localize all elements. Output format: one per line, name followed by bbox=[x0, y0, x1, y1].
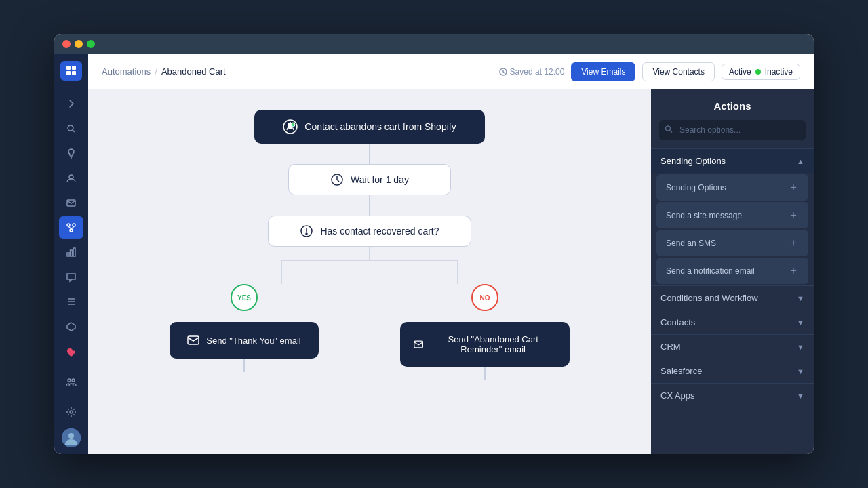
chevron-down-icon: ▼ bbox=[797, 319, 804, 327]
sidebar-collapse-icon[interactable] bbox=[59, 93, 83, 115]
close-button[interactable] bbox=[62, 40, 71, 48]
status-active-label: Active bbox=[729, 67, 751, 77]
analytics-nav-icon[interactable] bbox=[59, 241, 83, 264]
svg-line-13 bbox=[68, 226, 71, 229]
right-panel: Actions Sending Options ▲ S bbox=[651, 89, 814, 454]
yes-badge: YES bbox=[231, 284, 258, 311]
svg-point-26 bbox=[68, 433, 74, 439]
section-crm[interactable]: CRM ▼ bbox=[651, 334, 814, 359]
chevron-down-icon: ▼ bbox=[797, 343, 804, 351]
section-sending-options[interactable]: Sending Options ▲ bbox=[651, 148, 814, 173]
panel-title: Actions bbox=[651, 89, 814, 120]
search-input[interactable] bbox=[659, 120, 806, 140]
trigger-label: Contact abandons cart from Shopify bbox=[304, 121, 456, 132]
title-bar bbox=[54, 34, 814, 54]
condition-label: Has contact recovered cart? bbox=[320, 226, 439, 237]
svg-point-23 bbox=[72, 379, 75, 382]
branch-container: YES Send "Thank You" email NO bbox=[170, 284, 570, 380]
chevron-down-icon: ▼ bbox=[797, 392, 804, 400]
action-yes-node[interactable]: Send "Thank You" email bbox=[170, 322, 319, 359]
sidebar-logo[interactable] bbox=[60, 61, 82, 81]
svg-point-11 bbox=[73, 224, 75, 226]
svg-rect-15 bbox=[67, 253, 69, 256]
svg-line-5 bbox=[73, 130, 75, 132]
svg-point-8 bbox=[69, 175, 73, 179]
yes-branch: YES Send "Thank You" email bbox=[170, 284, 319, 372]
status-inactive-label: Inactive bbox=[765, 67, 793, 77]
breadcrumb: Automations / Abandoned Cart bbox=[102, 66, 226, 77]
status-group: Active Inactive bbox=[722, 64, 800, 80]
contacts-nav-icon[interactable] bbox=[59, 167, 83, 189]
breadcrumb-separator: / bbox=[155, 66, 157, 77]
plus-icon: ＋ bbox=[788, 236, 799, 250]
no-branch: NO Send "Abandoned Cart Reminder" email bbox=[400, 284, 570, 380]
action-item-notification-email[interactable]: Send a notification email ＋ bbox=[656, 258, 808, 284]
svg-point-10 bbox=[67, 224, 70, 226]
app-body: Automations / Abandoned Cart Saved at 12… bbox=[54, 54, 814, 454]
svg-rect-1 bbox=[72, 66, 76, 70]
svg-rect-38 bbox=[188, 336, 199, 344]
sidebar bbox=[54, 54, 88, 454]
section-conditions-workflow[interactable]: Conditions and Workflow ▼ bbox=[651, 285, 814, 310]
team-icon[interactable] bbox=[59, 370, 83, 394]
avatar[interactable] bbox=[62, 428, 81, 447]
plus-icon: ＋ bbox=[788, 264, 799, 278]
trigger-node[interactable]: Contact abandons cart from Shopify bbox=[254, 110, 485, 144]
action-item-sending-options[interactable]: Sending Options ＋ bbox=[656, 174, 808, 201]
favorites-icon[interactable] bbox=[59, 340, 83, 365]
automation-nav-icon[interactable] bbox=[59, 216, 83, 239]
svg-rect-2 bbox=[66, 71, 71, 75]
chevron-down-icon: ▼ bbox=[797, 367, 804, 375]
apps-nav-icon[interactable] bbox=[59, 316, 83, 338]
list-nav-icon[interactable] bbox=[59, 291, 83, 313]
svg-point-40 bbox=[666, 126, 671, 131]
action-no-label: Send "Abandoned Cart Reminder" email bbox=[430, 334, 556, 354]
search-icon bbox=[665, 125, 673, 136]
svg-line-14 bbox=[71, 226, 74, 229]
wait-label: Wait for 1 day bbox=[351, 174, 409, 185]
wait-node[interactable]: Wait for 1 day bbox=[288, 164, 451, 195]
svg-rect-16 bbox=[71, 250, 73, 256]
section-salesforce[interactable]: Salesforce ▼ bbox=[651, 359, 814, 383]
branch-lines bbox=[166, 247, 573, 284]
content-area: Automations / Abandoned Cart Saved at 12… bbox=[88, 54, 814, 454]
svg-rect-39 bbox=[414, 341, 423, 348]
svg-point-12 bbox=[70, 229, 73, 232]
svg-point-4 bbox=[68, 125, 73, 131]
inactive-dot bbox=[755, 69, 761, 75]
connector-no bbox=[484, 367, 486, 380]
svg-point-22 bbox=[68, 379, 71, 382]
section-contacts[interactable]: Contacts ▼ bbox=[651, 310, 814, 334]
svg-marker-21 bbox=[67, 323, 75, 331]
action-no-node[interactable]: Send "Abandoned Cart Reminder" email bbox=[400, 322, 570, 367]
main-split: Contact abandons cart from Shopify Wait … bbox=[88, 89, 814, 454]
minimize-button[interactable] bbox=[75, 40, 83, 48]
topbar: Automations / Abandoned Cart Saved at 12… bbox=[88, 54, 814, 89]
automation-canvas: Contact abandons cart from Shopify Wait … bbox=[88, 89, 651, 454]
section-cx-apps[interactable]: CX Apps ▼ bbox=[651, 383, 814, 407]
view-emails-button[interactable]: View Emails bbox=[571, 62, 635, 81]
svg-rect-17 bbox=[73, 248, 75, 256]
flow-container: Contact abandons cart from Shopify Wait … bbox=[166, 110, 573, 380]
search-box bbox=[659, 120, 806, 140]
view-contacts-button[interactable]: View Contacts bbox=[642, 62, 714, 81]
chevron-down-icon: ▼ bbox=[797, 294, 804, 302]
svg-point-30 bbox=[291, 123, 295, 127]
action-item-site-message[interactable]: Send a site message ＋ bbox=[656, 202, 808, 228]
settings-icon[interactable] bbox=[59, 400, 83, 424]
chat-nav-icon[interactable] bbox=[59, 266, 83, 289]
breadcrumb-current: Abandoned Cart bbox=[161, 66, 226, 77]
email-nav-icon[interactable] bbox=[59, 192, 83, 214]
svg-rect-0 bbox=[66, 66, 71, 70]
ideas-icon[interactable] bbox=[59, 142, 83, 165]
search-nav-icon[interactable] bbox=[59, 117, 83, 140]
maximize-button[interactable] bbox=[87, 40, 95, 48]
svg-line-41 bbox=[670, 131, 672, 133]
connector-2 bbox=[369, 195, 370, 216]
chevron-up-icon: ▲ bbox=[797, 157, 804, 165]
svg-point-33 bbox=[306, 233, 307, 235]
sending-options-items: Sending Options ＋ Send a site message ＋ … bbox=[651, 173, 814, 285]
condition-node[interactable]: Has contact recovered cart? bbox=[268, 216, 471, 247]
breadcrumb-parent[interactable]: Automations bbox=[102, 66, 151, 77]
action-item-sms[interactable]: Send an SMS ＋ bbox=[656, 230, 808, 256]
